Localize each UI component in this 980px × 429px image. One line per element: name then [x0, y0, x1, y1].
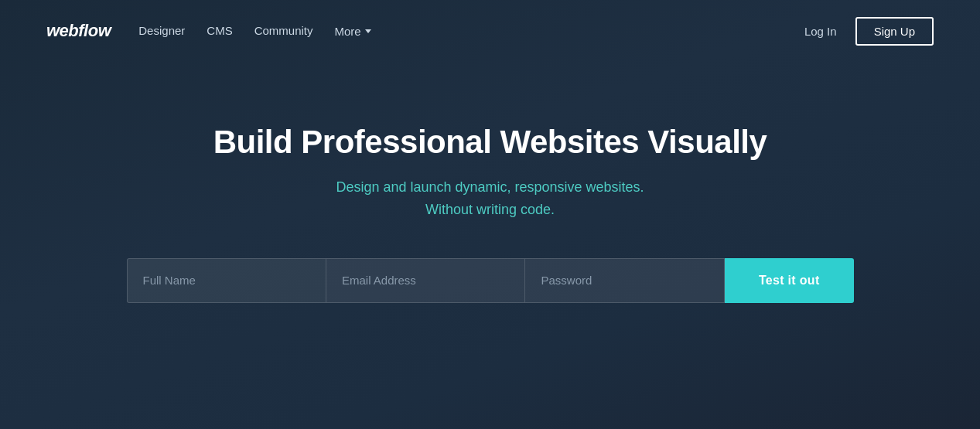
- nav-left: webflow Designer CMS Community More: [46, 21, 371, 41]
- hero-subtitle-line1: Design and launch dynamic, responsive we…: [336, 179, 644, 195]
- hero-subtitle: Design and launch dynamic, responsive we…: [336, 176, 644, 221]
- nav-link-cms[interactable]: CMS: [207, 24, 232, 37]
- nav-more-dropdown[interactable]: More: [335, 25, 371, 38]
- email-input[interactable]: [326, 258, 524, 303]
- hero-subtitle-line2: Without writing code.: [425, 202, 555, 217]
- hero-section: Build Professional Websites Visually Des…: [0, 62, 980, 303]
- chevron-down-icon: [365, 29, 371, 33]
- signup-form: Test it out: [127, 258, 854, 303]
- logo[interactable]: webflow: [46, 21, 111, 41]
- nav-link-community[interactable]: Community: [254, 24, 313, 37]
- navbar: webflow Designer CMS Community More Log …: [0, 0, 980, 62]
- signup-button[interactable]: Sign Up: [855, 17, 934, 46]
- nav-more-label: More: [335, 25, 361, 38]
- nav-right: Log In Sign Up: [804, 17, 934, 46]
- nav-links: Designer CMS Community More: [138, 24, 370, 38]
- hero-title: Build Professional Websites Visually: [213, 124, 767, 161]
- password-input[interactable]: [524, 258, 724, 303]
- full-name-input[interactable]: [127, 258, 326, 303]
- nav-link-designer[interactable]: Designer: [138, 24, 185, 37]
- submit-button[interactable]: Test it out: [725, 258, 854, 303]
- login-link[interactable]: Log In: [804, 25, 837, 38]
